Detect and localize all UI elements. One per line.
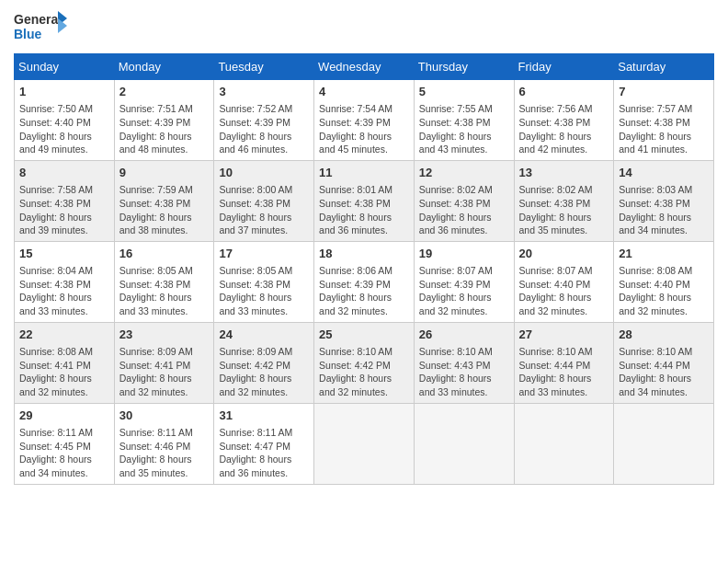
day-number: 1 xyxy=(19,84,109,100)
day-info: Sunrise: 8:11 AM Sunset: 4:46 PM Dayligh… xyxy=(119,426,210,480)
day-info: Sunrise: 7:55 AM Sunset: 4:38 PM Dayligh… xyxy=(419,102,509,156)
calendar-day-cell: 1Sunrise: 7:50 AM Sunset: 4:40 PM Daylig… xyxy=(15,80,115,161)
calendar-day-cell: 17Sunrise: 8:05 AM Sunset: 4:38 PM Dayli… xyxy=(214,241,314,322)
calendar-day-cell: 20Sunrise: 8:07 AM Sunset: 4:40 PM Dayli… xyxy=(514,241,614,322)
header: GeneralBlue xyxy=(14,9,714,46)
column-header-saturday: Saturday xyxy=(614,54,714,80)
day-info: Sunrise: 8:10 AM Sunset: 4:42 PM Dayligh… xyxy=(319,345,409,399)
day-number: 2 xyxy=(119,84,210,100)
calendar-day-cell: 25Sunrise: 8:10 AM Sunset: 4:42 PM Dayli… xyxy=(314,322,415,403)
day-info: Sunrise: 8:07 AM Sunset: 4:39 PM Dayligh… xyxy=(419,264,509,318)
calendar-day-cell: 21Sunrise: 8:08 AM Sunset: 4:40 PM Dayli… xyxy=(614,241,714,322)
calendar-day-cell: 16Sunrise: 8:05 AM Sunset: 4:38 PM Dayli… xyxy=(114,241,214,322)
calendar-week-row: 15Sunrise: 8:04 AM Sunset: 4:38 PM Dayli… xyxy=(15,241,714,322)
day-number: 17 xyxy=(219,246,309,262)
day-info: Sunrise: 7:59 AM Sunset: 4:38 PM Dayligh… xyxy=(119,183,210,237)
calendar-day-cell: 19Sunrise: 8:07 AM Sunset: 4:39 PM Dayli… xyxy=(414,241,514,322)
day-info: Sunrise: 8:04 AM Sunset: 4:38 PM Dayligh… xyxy=(19,264,109,318)
day-info: Sunrise: 8:07 AM Sunset: 4:40 PM Dayligh… xyxy=(519,264,609,318)
calendar-day-cell: 12Sunrise: 8:02 AM Sunset: 4:38 PM Dayli… xyxy=(414,160,514,241)
calendar-day-cell: 7Sunrise: 7:57 AM Sunset: 4:38 PM Daylig… xyxy=(614,80,714,161)
column-header-tuesday: Tuesday xyxy=(214,54,314,80)
calendar-day-cell: 14Sunrise: 8:03 AM Sunset: 4:38 PM Dayli… xyxy=(614,160,714,241)
day-number: 4 xyxy=(319,84,409,100)
day-number: 29 xyxy=(19,408,109,424)
calendar-week-row: 8Sunrise: 7:58 AM Sunset: 4:38 PM Daylig… xyxy=(15,160,714,241)
day-info: Sunrise: 8:03 AM Sunset: 4:38 PM Dayligh… xyxy=(619,183,709,237)
calendar-week-row: 29Sunrise: 8:11 AM Sunset: 4:45 PM Dayli… xyxy=(15,403,714,484)
calendar-day-cell: 4Sunrise: 7:54 AM Sunset: 4:39 PM Daylig… xyxy=(314,80,415,161)
day-number: 24 xyxy=(219,327,309,343)
day-number: 20 xyxy=(519,246,609,262)
day-info: Sunrise: 8:11 AM Sunset: 4:47 PM Dayligh… xyxy=(219,426,309,480)
calendar-day-cell xyxy=(414,403,514,484)
day-number: 31 xyxy=(219,408,309,424)
logo-svg: GeneralBlue xyxy=(14,9,69,46)
day-info: Sunrise: 8:09 AM Sunset: 4:41 PM Dayligh… xyxy=(119,345,210,399)
day-number: 14 xyxy=(619,165,709,181)
day-info: Sunrise: 8:11 AM Sunset: 4:45 PM Dayligh… xyxy=(19,426,109,480)
day-number: 19 xyxy=(419,246,509,262)
day-number: 11 xyxy=(319,165,409,181)
day-info: Sunrise: 8:00 AM Sunset: 4:38 PM Dayligh… xyxy=(219,183,309,237)
day-number: 3 xyxy=(219,84,309,100)
day-number: 26 xyxy=(419,327,509,343)
day-info: Sunrise: 7:58 AM Sunset: 4:38 PM Dayligh… xyxy=(19,183,109,237)
day-info: Sunrise: 8:10 AM Sunset: 4:44 PM Dayligh… xyxy=(519,345,609,399)
calendar-day-cell: 13Sunrise: 8:02 AM Sunset: 4:38 PM Dayli… xyxy=(514,160,614,241)
svg-text:Blue: Blue xyxy=(14,27,42,41)
calendar-day-cell: 11Sunrise: 8:01 AM Sunset: 4:38 PM Dayli… xyxy=(314,160,415,241)
calendar-week-row: 1Sunrise: 7:50 AM Sunset: 4:40 PM Daylig… xyxy=(15,80,714,161)
day-info: Sunrise: 7:57 AM Sunset: 4:38 PM Dayligh… xyxy=(619,102,709,156)
calendar-day-cell: 8Sunrise: 7:58 AM Sunset: 4:38 PM Daylig… xyxy=(15,160,115,241)
day-info: Sunrise: 8:01 AM Sunset: 4:38 PM Dayligh… xyxy=(319,183,409,237)
day-number: 22 xyxy=(19,327,109,343)
column-header-sunday: Sunday xyxy=(15,54,115,80)
day-number: 12 xyxy=(419,165,509,181)
day-info: Sunrise: 7:50 AM Sunset: 4:40 PM Dayligh… xyxy=(19,102,109,156)
calendar-day-cell: 6Sunrise: 7:56 AM Sunset: 4:38 PM Daylig… xyxy=(514,80,614,161)
calendar-day-cell: 5Sunrise: 7:55 AM Sunset: 4:38 PM Daylig… xyxy=(414,80,514,161)
day-info: Sunrise: 7:54 AM Sunset: 4:39 PM Dayligh… xyxy=(319,102,409,156)
calendar-day-cell: 27Sunrise: 8:10 AM Sunset: 4:44 PM Dayli… xyxy=(514,322,614,403)
day-number: 9 xyxy=(119,165,210,181)
day-info: Sunrise: 8:09 AM Sunset: 4:42 PM Dayligh… xyxy=(219,345,309,399)
calendar-week-row: 22Sunrise: 8:08 AM Sunset: 4:41 PM Dayli… xyxy=(15,322,714,403)
day-number: 18 xyxy=(319,246,409,262)
calendar-day-cell xyxy=(314,403,415,484)
column-header-wednesday: Wednesday xyxy=(314,54,415,80)
day-info: Sunrise: 7:51 AM Sunset: 4:39 PM Dayligh… xyxy=(119,102,210,156)
day-number: 28 xyxy=(619,327,709,343)
day-info: Sunrise: 8:05 AM Sunset: 4:38 PM Dayligh… xyxy=(119,264,210,318)
calendar-day-cell: 15Sunrise: 8:04 AM Sunset: 4:38 PM Dayli… xyxy=(15,241,115,322)
calendar-day-cell: 3Sunrise: 7:52 AM Sunset: 4:39 PM Daylig… xyxy=(214,80,314,161)
day-number: 21 xyxy=(619,246,709,262)
day-info: Sunrise: 7:56 AM Sunset: 4:38 PM Dayligh… xyxy=(519,102,609,156)
day-info: Sunrise: 7:52 AM Sunset: 4:39 PM Dayligh… xyxy=(219,102,309,156)
calendar-day-cell: 22Sunrise: 8:08 AM Sunset: 4:41 PM Dayli… xyxy=(15,322,115,403)
day-number: 16 xyxy=(119,246,210,262)
day-number: 27 xyxy=(519,327,609,343)
day-number: 8 xyxy=(19,165,109,181)
calendar-day-cell: 24Sunrise: 8:09 AM Sunset: 4:42 PM Dayli… xyxy=(214,322,314,403)
day-info: Sunrise: 8:06 AM Sunset: 4:39 PM Dayligh… xyxy=(319,264,409,318)
calendar-day-cell: 10Sunrise: 8:00 AM Sunset: 4:38 PM Dayli… xyxy=(214,160,314,241)
calendar-header-row: SundayMondayTuesdayWednesdayThursdayFrid… xyxy=(15,54,714,80)
day-info: Sunrise: 8:02 AM Sunset: 4:38 PM Dayligh… xyxy=(419,183,509,237)
calendar-day-cell: 29Sunrise: 8:11 AM Sunset: 4:45 PM Dayli… xyxy=(15,403,115,484)
main-container: GeneralBlue SundayMondayTuesdayWednesday… xyxy=(0,0,728,494)
column-header-friday: Friday xyxy=(514,54,614,80)
column-header-monday: Monday xyxy=(114,54,214,80)
day-number: 7 xyxy=(619,84,709,100)
day-info: Sunrise: 8:10 AM Sunset: 4:44 PM Dayligh… xyxy=(619,345,709,399)
day-info: Sunrise: 8:02 AM Sunset: 4:38 PM Dayligh… xyxy=(519,183,609,237)
calendar-day-cell: 9Sunrise: 7:59 AM Sunset: 4:38 PM Daylig… xyxy=(114,160,214,241)
logo: GeneralBlue xyxy=(14,9,69,46)
day-info: Sunrise: 8:10 AM Sunset: 4:43 PM Dayligh… xyxy=(419,345,509,399)
svg-text:General: General xyxy=(14,12,62,27)
day-info: Sunrise: 8:08 AM Sunset: 4:40 PM Dayligh… xyxy=(619,264,709,318)
calendar-day-cell xyxy=(614,403,714,484)
calendar-day-cell: 28Sunrise: 8:10 AM Sunset: 4:44 PM Dayli… xyxy=(614,322,714,403)
day-info: Sunrise: 8:05 AM Sunset: 4:38 PM Dayligh… xyxy=(219,264,309,318)
column-header-thursday: Thursday xyxy=(414,54,514,80)
